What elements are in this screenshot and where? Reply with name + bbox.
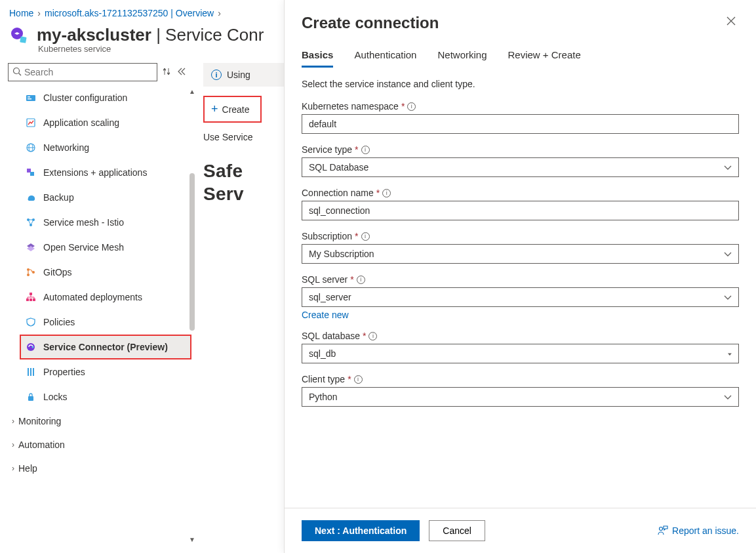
close-button[interactable] xyxy=(723,13,739,32)
scrollbar[interactable]: ▲ ▼ xyxy=(189,88,195,544)
required-icon: * xyxy=(401,101,405,112)
istio-icon xyxy=(25,216,37,228)
info-icon[interactable]: i xyxy=(354,375,363,384)
nav-extensions[interactable]: Extensions + applications xyxy=(0,160,195,185)
create-button[interactable]: + Create xyxy=(203,96,262,123)
cluster-config-icon xyxy=(25,92,37,104)
nav-properties[interactable]: Properties xyxy=(0,359,195,384)
breadcrumb-home[interactable]: Home xyxy=(9,8,33,18)
required-icon: * xyxy=(355,144,358,155)
report-issue-link[interactable]: Report an issue. xyxy=(658,525,739,537)
svg-rect-20 xyxy=(26,298,29,301)
create-new-link[interactable]: Create new xyxy=(302,310,349,320)
properties-icon xyxy=(25,366,37,378)
panel-instruction: Select the service instance and client t… xyxy=(302,79,739,89)
nav-backup[interactable]: Backup xyxy=(0,185,195,210)
nav-app-scaling[interactable]: Application scaling xyxy=(0,110,195,135)
nav-group-label: Automation xyxy=(18,440,65,450)
namespace-input[interactable]: default xyxy=(302,114,739,134)
nav-policies[interactable]: Policies xyxy=(0,310,195,335)
sidebar: Cluster configuration Application scalin… xyxy=(0,63,195,544)
app-scaling-icon xyxy=(25,117,37,129)
panel-title: Create connection xyxy=(302,14,439,32)
scroll-up-icon[interactable]: ▲ xyxy=(189,88,195,96)
cancel-button[interactable]: Cancel xyxy=(429,520,485,541)
dropdown-value: Python xyxy=(309,392,338,402)
nav-locks[interactable]: Locks xyxy=(0,384,195,409)
nav-label: Backup xyxy=(43,192,188,203)
policies-icon xyxy=(25,316,37,328)
info-icon[interactable]: i xyxy=(407,102,416,111)
nav-label: Locks xyxy=(43,391,188,403)
client-type-dropdown[interactable]: Python xyxy=(302,387,739,407)
aks-resource-icon xyxy=(9,26,29,45)
required-icon: * xyxy=(376,188,380,198)
chevron-down-icon xyxy=(724,162,732,173)
dropdown-value: SQL Database xyxy=(309,162,368,173)
info-icon[interactable]: i xyxy=(382,189,391,197)
svg-rect-26 xyxy=(30,368,31,376)
nav-group-automation[interactable]: › Automation xyxy=(0,433,195,457)
svg-rect-28 xyxy=(28,396,33,401)
nav-label: Policies xyxy=(43,316,188,328)
breadcrumb-parent[interactable]: microsoft.aks-1721132537250 | Overview xyxy=(45,8,214,18)
tab-review[interactable]: Review + Create xyxy=(507,49,580,68)
nav-group-monitoring[interactable]: › Monitoring xyxy=(0,409,195,433)
info-text: Using xyxy=(227,70,250,80)
nav-networking[interactable]: Networking xyxy=(0,135,195,160)
nav-deployments[interactable]: Automated deployments xyxy=(0,285,195,310)
sort-button[interactable] xyxy=(161,66,172,79)
svg-point-16 xyxy=(27,268,30,271)
collapse-nav-button[interactable] xyxy=(176,66,188,79)
field-namespace: Kubernetes namespace * i default xyxy=(302,101,739,134)
tab-basics[interactable]: Basics xyxy=(302,49,333,68)
nav-group-help[interactable]: › Help xyxy=(0,457,195,480)
page-section: | Service Conr xyxy=(156,25,264,45)
nav-cluster-config[interactable]: Cluster configuration xyxy=(0,85,195,110)
chevron-right-icon: › xyxy=(12,417,14,426)
extensions-icon xyxy=(25,167,37,178)
tab-networking[interactable]: Networking xyxy=(437,49,487,68)
field-client-type: Client type * i Python xyxy=(302,374,739,407)
service-type-dropdown[interactable]: SQL Database xyxy=(302,157,739,177)
sql-server-dropdown[interactable]: sql_server xyxy=(302,287,739,307)
search-input[interactable] xyxy=(24,67,153,77)
field-sql-database: SQL database * i sql_db ▾ xyxy=(302,331,739,363)
subscription-dropdown[interactable]: My Subscription xyxy=(302,244,739,264)
field-label-text: Client type xyxy=(302,374,345,384)
nav-label: Service Connector (Preview) xyxy=(43,341,182,353)
sql-database-dropdown[interactable]: sql_db ▾ xyxy=(302,344,739,363)
tab-authentication[interactable]: Authentication xyxy=(354,49,416,68)
dropdown-value: sql_db xyxy=(309,348,336,359)
info-icon[interactable]: i xyxy=(357,276,365,284)
required-icon: * xyxy=(348,374,351,384)
breadcrumb-sep: › xyxy=(37,8,41,18)
chevron-down-icon xyxy=(724,292,732,302)
chevron-down-icon xyxy=(724,249,732,259)
info-icon[interactable]: i xyxy=(361,146,370,154)
svg-rect-19 xyxy=(30,293,32,295)
scrollbar-thumb[interactable] xyxy=(189,173,195,331)
scroll-down-icon[interactable]: ▼ xyxy=(189,536,195,544)
svg-rect-25 xyxy=(28,368,29,376)
svg-rect-22 xyxy=(33,298,35,301)
next-button[interactable]: Next : Authentication xyxy=(302,520,420,541)
info-icon[interactable]: i xyxy=(361,232,370,241)
svg-rect-27 xyxy=(33,368,34,376)
info-icon[interactable]: i xyxy=(368,332,377,340)
nav-group-label: Monitoring xyxy=(18,416,61,426)
nav-menu: Cluster configuration Application scalin… xyxy=(0,85,195,544)
required-icon: * xyxy=(350,274,353,285)
connection-name-input[interactable]: sql_connection xyxy=(302,201,739,220)
nav-osm[interactable]: Open Service Mesh xyxy=(0,235,195,260)
backup-icon xyxy=(25,192,37,203)
nav-istio[interactable]: Service mesh - Istio xyxy=(0,210,195,235)
nav-service-connector[interactable]: Service Connector (Preview) xyxy=(20,335,191,359)
search-box[interactable] xyxy=(8,63,157,81)
panel-footer: Next : Authentication Cancel Report an i… xyxy=(285,508,756,553)
resource-name: my-akscluster xyxy=(37,25,151,45)
nav-label: Open Service Mesh xyxy=(43,241,188,253)
svg-point-29 xyxy=(660,527,663,530)
svg-point-17 xyxy=(27,274,30,276)
nav-gitops[interactable]: GitOps xyxy=(0,260,195,285)
